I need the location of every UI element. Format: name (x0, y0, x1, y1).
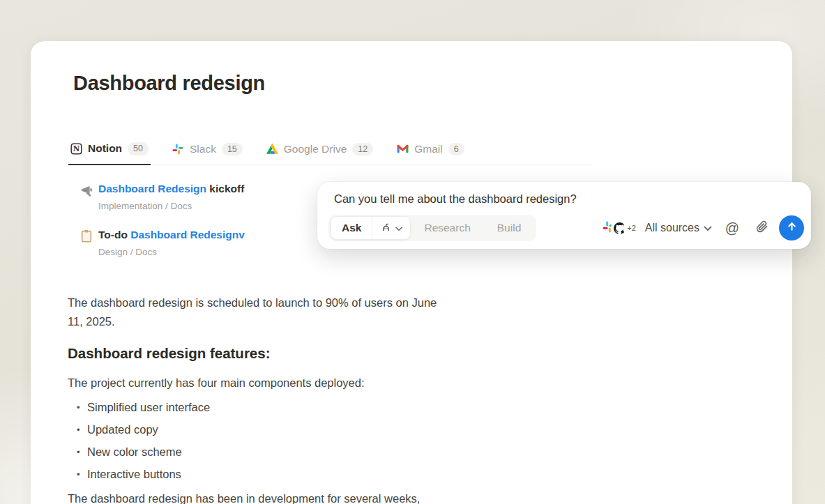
tab-label: Slack (190, 143, 216, 155)
result-breadcrumb: Design / Docs (98, 247, 245, 257)
ai-chat-box: Can you tell me about the dashboard rede… (317, 182, 811, 249)
tab-gmail[interactable]: Gmail 6 (395, 138, 466, 165)
bullet-dot: • (77, 402, 87, 413)
attach-button[interactable] (751, 217, 772, 238)
doc-paragraph: The project currently has four main comp… (68, 374, 444, 392)
doc-paragraph: The dashboard redesign has been in devel… (68, 489, 444, 504)
research-mode-button[interactable]: Research (411, 222, 483, 234)
result-title-suffix: kickoff (206, 183, 244, 194)
ask-mode-button[interactable]: Ask (331, 217, 372, 239)
build-mode-button[interactable]: Build (484, 222, 534, 234)
at-icon: @ (725, 220, 739, 236)
feature-list: •Simplified user interface •Updated copy… (68, 396, 444, 485)
tab-label: Gmail (414, 143, 442, 155)
list-item-text: Interactive buttons (87, 468, 181, 481)
result-title-prefix: To-do (98, 229, 130, 240)
gmail-icon (397, 143, 409, 155)
ai-face-icon (380, 222, 391, 235)
chevron-down-icon (704, 222, 712, 234)
list-item-text: New color scheme (87, 445, 182, 459)
doc-heading: Dashboard redesign features: (68, 344, 444, 362)
tab-count-badge: 6 (448, 143, 464, 156)
tab-google-drive[interactable]: Google Drive 12 (264, 138, 375, 165)
megaphone-icon (80, 183, 93, 197)
extra-sources-badge: +2 (624, 222, 639, 234)
notion-icon: N (70, 143, 82, 155)
content-card: Dashboard redesign N Notion 50 Slack 15 … (31, 41, 792, 504)
result-body: To-do Dashboard Redesignv Design / Docs (98, 228, 245, 257)
chevron-down-icon (395, 223, 402, 234)
list-item: •New color scheme (68, 441, 444, 463)
result-title: To-do Dashboard Redesignv (98, 228, 245, 242)
mention-button[interactable]: @ (722, 217, 743, 238)
result-body: Dashboard Redesign kickoff Implementatio… (98, 182, 244, 211)
list-item: •Updated copy (68, 418, 444, 441)
tab-label: Google Drive (284, 143, 347, 155)
mode-switcher: Ask Research Build (328, 215, 536, 241)
result-title: Dashboard Redesign kickoff (98, 182, 244, 196)
slack-icon (172, 143, 184, 155)
arrow-up-icon (786, 220, 798, 236)
paperclip-icon (755, 220, 769, 236)
document-body: The dashboard redesign is scheduled to l… (68, 293, 444, 504)
list-item: •Interactive buttons (68, 463, 444, 485)
list-item-text: Simplified user interface (87, 401, 210, 414)
result-breadcrumb: Implementation / Docs (98, 201, 244, 211)
bullet-dot: • (77, 425, 87, 435)
google-drive-icon (266, 143, 278, 155)
tab-slack[interactable]: Slack 15 (170, 138, 245, 165)
tab-label: Notion (88, 142, 122, 155)
bullet-dot: • (77, 469, 87, 480)
tab-count-badge: 15 (222, 143, 243, 156)
send-button[interactable] (779, 215, 804, 240)
model-selector-button[interactable] (372, 217, 410, 239)
list-item-text: Updated copy (87, 423, 158, 436)
ask-pill-group: Ask (331, 216, 411, 240)
chat-toolbar: Ask Research Build +2 (328, 215, 804, 241)
bullet-dot: • (77, 447, 87, 457)
search-result: To-do Dashboard Redesignv Design / Docs (80, 228, 345, 257)
tab-notion[interactable]: N Notion 50 (68, 138, 151, 165)
clipboard-icon (80, 229, 93, 243)
list-item: •Simplified user interface (68, 396, 444, 418)
search-result: Dashboard Redesign kickoff Implementatio… (80, 182, 345, 211)
result-link[interactable]: Dashboard Redesignv (130, 229, 245, 240)
search-results: Dashboard Redesign kickoff Implementatio… (80, 182, 345, 274)
doc-paragraph: The dashboard redesign is scheduled to l… (68, 293, 444, 331)
svg-text:N: N (73, 144, 80, 153)
sources-selector[interactable]: +2 All sources (603, 221, 712, 236)
tab-count-badge: 12 (352, 143, 373, 156)
result-link[interactable]: Dashboard Redesign (98, 183, 206, 194)
chat-question-input[interactable]: Can you tell me about the dashboard rede… (334, 192, 794, 206)
source-tabs: N Notion 50 Slack 15 Google Drive 12 Gma… (68, 138, 593, 165)
page-title: Dashboard redesign (73, 72, 265, 95)
tab-count-badge: 50 (128, 142, 149, 155)
sources-label: All sources (645, 222, 699, 234)
